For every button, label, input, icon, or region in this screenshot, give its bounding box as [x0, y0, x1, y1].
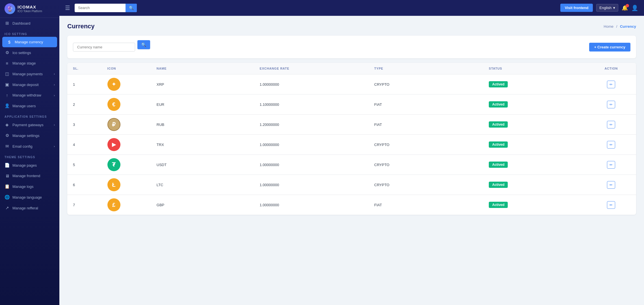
dollar-icon: $	[7, 40, 12, 44]
sidebar-item-label: Manage logs	[12, 184, 33, 189]
currency-table-body: 1 ✦ XRP 1.00000000 CRYPTO Actived ✏ 2 € …	[67, 74, 636, 215]
logs-icon: 📋	[5, 184, 10, 189]
cell-icon: ₮	[102, 155, 151, 175]
sidebar-item-label: Manage deposit	[12, 83, 39, 87]
coin-icon-gbp: £	[107, 198, 120, 211]
edit-button[interactable]: ✏	[607, 121, 615, 128]
topbar-search-input[interactable]	[75, 4, 126, 12]
table-row: 2 € EUR 1.10000000 FIAT Actived ✏	[67, 94, 636, 115]
edit-button[interactable]: ✏	[607, 101, 615, 108]
cell-rate: 1.10000000	[254, 94, 369, 115]
sidebar-section-app: APPLICATION SETTINGS	[0, 111, 59, 119]
cell-type: CRYPTO	[369, 175, 483, 195]
col-header-type: TYPE	[369, 63, 483, 74]
cell-action: ✏	[586, 175, 636, 195]
lang-chevron-icon: ▾	[613, 6, 615, 10]
sidebar-item-manage-settings[interactable]: ⚙ Manage settings	[0, 130, 59, 141]
coin-icon-ruble: ₽	[107, 118, 120, 131]
sidebar-item-ico-settings[interactable]: ⚙ Ico settings	[0, 47, 59, 58]
sidebar-item-label: Manage stage	[12, 61, 36, 65]
topbar-search-button[interactable]: 🔍	[126, 4, 137, 12]
topbar: ☰ 🔍 Visit frontend English ▾ 🔔 👤	[59, 0, 644, 16]
sidebar-item-manage-withdraw[interactable]: ↑ Manage withdraw ›	[0, 90, 59, 100]
cell-sl: 1	[67, 74, 102, 94]
sidebar-item-manage-language[interactable]: 🌐 Manage language	[0, 192, 59, 203]
status-badge: Actived	[489, 202, 508, 208]
page-header: Currency Home / Currency	[67, 23, 636, 30]
coin-icon-euro: €	[107, 98, 120, 111]
edit-button[interactable]: ✏	[607, 161, 615, 169]
language-selector[interactable]: English ▾	[596, 4, 618, 12]
sidebar-section-ico: ICO SETTING	[0, 29, 59, 37]
table-toolbar: 🔍 + Create currency	[67, 36, 636, 58]
refferal-icon: ↗	[5, 205, 10, 211]
app-logo-icon: 🔮	[5, 3, 15, 14]
cell-icon: ✦	[102, 74, 151, 94]
user-avatar-icon[interactable]: 👤	[631, 5, 638, 11]
edit-button[interactable]: ✏	[607, 201, 615, 209]
create-currency-button[interactable]: + Create currency	[589, 43, 630, 51]
hamburger-icon[interactable]: ☰	[65, 5, 70, 11]
sidebar-item-label: Manage payments	[12, 72, 43, 76]
cell-type: FIAT	[369, 115, 483, 135]
cell-icon: €	[102, 94, 151, 115]
cell-status: Actived	[483, 175, 586, 195]
sidebar-item-manage-frontend[interactable]: 🖥 Manage frontend	[0, 171, 59, 181]
sidebar-item-payment-gateways[interactable]: ◈ Payment gateways ›	[0, 119, 59, 130]
sidebar-item-label: Manage currency	[15, 40, 43, 44]
sidebar-item-label: Manage pages	[12, 163, 37, 167]
sidebar-item-dashboard[interactable]: ⊞ Dashboard	[0, 18, 59, 29]
cell-sl: 5	[67, 155, 102, 175]
sidebar-item-label: Dashboard	[12, 21, 31, 25]
cell-type: CRYPTO	[369, 135, 483, 155]
breadcrumb-home[interactable]: Home	[604, 24, 613, 29]
withdraw-icon: ↑	[5, 93, 10, 98]
language-label: English	[599, 6, 611, 10]
sidebar-item-email-config[interactable]: ✉ Email config ›	[0, 141, 59, 152]
sidebar-section-theme: THEME SETTINGS	[0, 152, 59, 160]
notification-icon[interactable]: 🔔	[622, 5, 628, 11]
sidebar-item-label: Manage frontend	[12, 174, 40, 178]
cell-sl: 3	[67, 115, 102, 135]
sidebar-item-manage-payments[interactable]: ◫ Manage payments ›	[0, 68, 59, 79]
email-icon: ✉	[5, 144, 10, 149]
sidebar-item-manage-logs[interactable]: 📋 Manage logs	[0, 181, 59, 192]
sidebar: 🔮 ICOMAX ICO Token Platform ⊞ Dashboard …	[0, 0, 59, 305]
breadcrumb: Home / Currency	[604, 24, 636, 29]
sidebar-item-manage-currency[interactable]: $ Manage currency	[2, 37, 57, 47]
edit-button[interactable]: ✏	[607, 81, 615, 88]
sidebar-item-manage-pages[interactable]: 📄 Manage pages	[0, 160, 59, 171]
cell-rate: 1.00000000	[254, 74, 369, 94]
chevron-right-icon: ›	[54, 72, 55, 76]
cell-rate: 1.00000000	[254, 135, 369, 155]
edit-button[interactable]: ✏	[607, 141, 615, 149]
chevron-right-icon: ›	[54, 83, 55, 86]
cell-status: Actived	[483, 115, 586, 135]
table-header-row: SL. ICON NAME EXCHANGE RATE TYPE STATUS …	[67, 63, 636, 74]
users-icon: 👤	[5, 103, 10, 108]
sidebar-item-manage-refferal[interactable]: ↗ Manage refferal	[0, 203, 59, 213]
edit-button[interactable]: ✏	[607, 181, 615, 189]
breadcrumb-separator: /	[616, 24, 617, 29]
visit-frontend-button[interactable]: Visit frontend	[560, 4, 593, 12]
cell-status: Actived	[483, 94, 586, 115]
sidebar-item-manage-users[interactable]: 👤 Manage users	[0, 100, 59, 111]
currency-search-button[interactable]: 🔍	[137, 40, 150, 49]
currency-search-input[interactable]	[73, 43, 135, 51]
sidebar-item-label: Email config	[12, 144, 33, 149]
cell-name: LTC	[151, 175, 254, 195]
col-header-action: ACTION	[586, 63, 636, 74]
col-header-status: STATUS	[483, 63, 586, 74]
frontend-icon: 🖥	[5, 173, 10, 178]
cell-type: FIAT	[369, 195, 483, 215]
col-header-name: NAME	[151, 63, 254, 74]
dashboard-icon: ⊞	[5, 21, 10, 26]
pages-icon: 📄	[5, 163, 10, 168]
sidebar-item-label: Manage withdraw	[12, 93, 41, 97]
cell-action: ✏	[586, 155, 636, 175]
chevron-right-icon: ›	[54, 145, 55, 148]
sidebar-item-manage-deposit[interactable]: ▣ Manage deposit ›	[0, 79, 59, 90]
search-row: 🔍	[73, 40, 150, 54]
sidebar-item-manage-stage[interactable]: ≡ Manage stage	[0, 58, 59, 68]
status-badge: Actived	[489, 141, 508, 148]
